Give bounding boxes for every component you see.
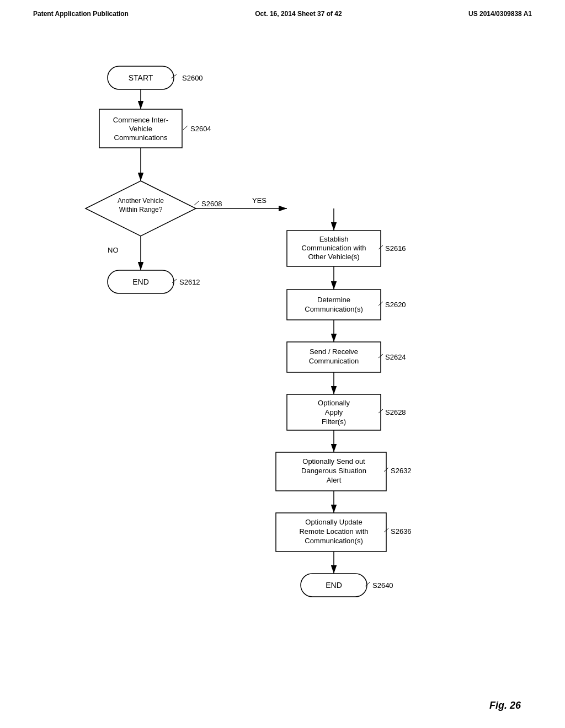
svg-text:S2612: S2612 bbox=[179, 278, 200, 286]
svg-text:Determine: Determine bbox=[317, 296, 350, 304]
svg-text:Commence Inter-: Commence Inter- bbox=[113, 116, 168, 124]
svg-text:END: END bbox=[326, 581, 342, 590]
header-right: US 2014/0309838 A1 bbox=[468, 10, 532, 18]
diagram-container: START S2600 Commence Inter- Vehicle Comm… bbox=[0, 33, 565, 711]
svg-text:Communications: Communications bbox=[114, 133, 168, 142]
svg-text:YES: YES bbox=[252, 196, 266, 205]
svg-text:NO: NO bbox=[108, 246, 119, 254]
svg-text:S2600: S2600 bbox=[182, 74, 203, 82]
svg-text:Optionally: Optionally bbox=[318, 399, 350, 407]
svg-text:Establish: Establish bbox=[319, 235, 349, 243]
svg-text:S2608: S2608 bbox=[201, 200, 222, 208]
figure-label: Fig. 26 bbox=[489, 700, 521, 711]
svg-text:Communication(s): Communication(s) bbox=[305, 305, 363, 313]
svg-text:Other Vehicle(s): Other Vehicle(s) bbox=[308, 253, 359, 261]
svg-text:S2632: S2632 bbox=[391, 467, 412, 475]
svg-text:S2604: S2604 bbox=[190, 125, 211, 133]
svg-text:S2624: S2624 bbox=[385, 353, 406, 361]
svg-text:Send / Receive: Send / Receive bbox=[310, 347, 358, 356]
header-left: Patent Application Publication bbox=[33, 10, 129, 18]
svg-text:Communication: Communication bbox=[309, 357, 359, 365]
svg-text:S2616: S2616 bbox=[385, 244, 406, 253]
svg-text:Alert: Alert bbox=[327, 476, 342, 484]
svg-text:Vehicle: Vehicle bbox=[129, 125, 152, 133]
svg-text:START: START bbox=[129, 73, 153, 82]
svg-text:Dangerous Situation: Dangerous Situation bbox=[301, 467, 366, 475]
svg-text:Communication with: Communication with bbox=[301, 244, 366, 252]
header-center: Oct. 16, 2014 Sheet 37 of 42 bbox=[255, 10, 342, 18]
svg-text:Optionally Update: Optionally Update bbox=[305, 518, 362, 526]
svg-text:Filter(s): Filter(s) bbox=[322, 417, 346, 426]
svg-text:Remote Location with: Remote Location with bbox=[299, 527, 368, 536]
svg-text:S2628: S2628 bbox=[385, 408, 406, 416]
svg-text:END: END bbox=[132, 277, 149, 286]
svg-text:Optionally Send out: Optionally Send out bbox=[302, 457, 365, 465]
svg-text:Another Vehicle: Another Vehicle bbox=[118, 197, 164, 205]
svg-text:S2636: S2636 bbox=[391, 527, 412, 536]
svg-text:S2620: S2620 bbox=[385, 301, 406, 309]
svg-text:Communication(s): Communication(s) bbox=[305, 537, 363, 545]
page-header: Patent Application Publication Oct. 16, … bbox=[0, 0, 565, 18]
svg-text:Within Range?: Within Range? bbox=[119, 206, 163, 213]
svg-text:S2640: S2640 bbox=[372, 581, 393, 590]
svg-text:Apply: Apply bbox=[325, 408, 343, 416]
